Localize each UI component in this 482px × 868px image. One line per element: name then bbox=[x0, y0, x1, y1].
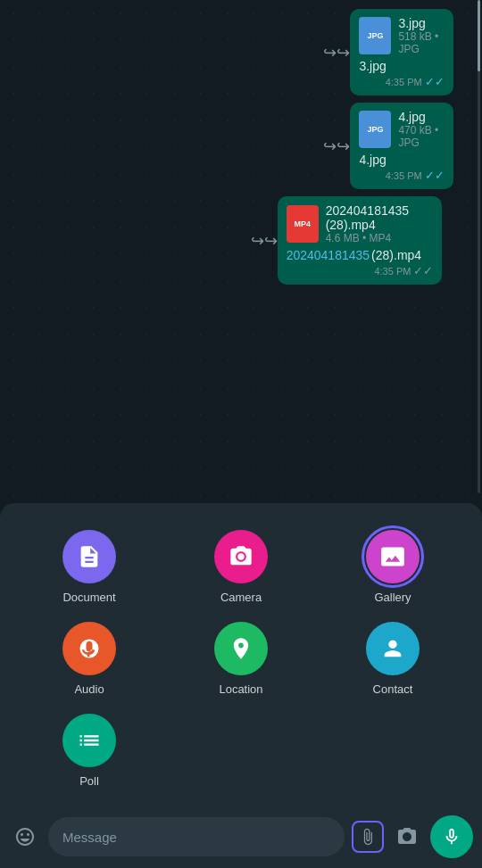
message-time-1: 4:35 PM ✓✓ bbox=[359, 75, 444, 88]
attach-item-audio[interactable]: Audio bbox=[62, 622, 116, 696]
file-details-3: 202404181435 (28).mp4 4.6 MB • MP4 bbox=[326, 203, 434, 244]
message-bubble-1: JPG 3.jpg 518 kB • JPG 3.jpg 4:35 PM ✓✓ bbox=[350, 9, 453, 95]
attach-circle-audio bbox=[62, 622, 116, 675]
read-receipt-1: ✓✓ bbox=[425, 75, 445, 88]
attach-label-document: Document bbox=[62, 591, 115, 604]
file-type-icon-2: JPG bbox=[359, 111, 391, 148]
attachment-panel: Document Camera Gallery bbox=[0, 503, 482, 806]
file-details-1: 3.jpg 518 kB • JPG bbox=[398, 16, 444, 55]
attach-label-camera: Camera bbox=[220, 591, 262, 604]
emoji-button[interactable] bbox=[9, 821, 41, 853]
poll-icon bbox=[77, 728, 102, 753]
file-name-2: 4.jpg bbox=[398, 110, 444, 124]
attach-circle-camera bbox=[214, 530, 268, 583]
attach-item-poll[interactable]: Poll bbox=[62, 714, 116, 788]
mic-icon bbox=[442, 827, 461, 847]
read-receipt-3: ✓✓ bbox=[413, 264, 433, 277]
file-info-2: JPG 4.jpg 470 kB • JPG bbox=[359, 110, 444, 149]
file-info-1: JPG 3.jpg 518 kB • JPG bbox=[359, 16, 444, 55]
forward-icon-3: ↪↪ bbox=[251, 231, 278, 251]
attach-circle-document bbox=[62, 530, 116, 583]
message-display-name-1: 3.jpg bbox=[359, 59, 444, 73]
file-meta-1: 518 kB • JPG bbox=[398, 30, 444, 55]
file-details-2: 4.jpg 470 kB • JPG bbox=[398, 110, 444, 149]
document-icon bbox=[77, 544, 102, 569]
attach-label-poll: Poll bbox=[79, 774, 99, 788]
file-name-1: 3.jpg bbox=[398, 16, 444, 30]
file-meta-2: 470 kB • JPG bbox=[398, 124, 444, 149]
attach-item-camera[interactable]: Camera bbox=[214, 530, 268, 604]
attach-label-contact: Contact bbox=[373, 682, 413, 696]
file-name-3: 202404181435 (28).mp4 bbox=[326, 203, 434, 232]
gallery-icon bbox=[380, 544, 405, 569]
chat-area: ↪↪ JPG 3.jpg 518 kB • JPG 3.jpg 4:35 PM … bbox=[0, 0, 482, 375]
attach-item-contact[interactable]: Contact bbox=[366, 622, 420, 696]
message-display-row-3: 202404181435 (28).mp4 bbox=[287, 248, 434, 264]
message-bubble-3: MP4 202404181435 (28).mp4 4.6 MB • MP4 2… bbox=[278, 196, 443, 285]
attach-circle-location bbox=[214, 622, 268, 675]
attach-circle-poll bbox=[62, 714, 116, 767]
attach-circle-contact bbox=[366, 622, 420, 675]
attach-icon bbox=[359, 828, 377, 846]
message-forward-wrapper-3: ↪↪ MP4 202404181435 (28).mp4 4.6 MB • MP… bbox=[278, 196, 471, 285]
camera-bottom-icon bbox=[396, 826, 418, 847]
camera-bottom-button[interactable] bbox=[391, 821, 423, 853]
attach-label-gallery: Gallery bbox=[374, 591, 411, 604]
attach-item-document[interactable]: Document bbox=[62, 530, 116, 604]
attach-circle-gallery bbox=[366, 530, 420, 583]
file-type-icon-1: JPG bbox=[359, 17, 391, 54]
message-bubble-2: JPG 4.jpg 470 kB • JPG 4.jpg 4:35 PM ✓✓ bbox=[350, 103, 453, 189]
attach-label-audio: Audio bbox=[74, 682, 104, 696]
location-icon bbox=[229, 636, 253, 661]
audio-icon bbox=[77, 636, 102, 661]
attach-item-location[interactable]: Location bbox=[214, 622, 268, 696]
file-type-icon-3: MP4 bbox=[287, 205, 319, 243]
file-meta-3: 4.6 MB • MP4 bbox=[326, 232, 434, 244]
attach-grid: Document Camera Gallery bbox=[18, 530, 464, 788]
forward-icon-2: ↪↪ bbox=[323, 136, 350, 156]
message-time-2: 4:35 PM ✓✓ bbox=[359, 169, 444, 182]
forward-icon-1: ↪↪ bbox=[323, 43, 350, 62]
bottom-bar bbox=[0, 806, 482, 868]
attach-label-location: Location bbox=[219, 682, 262, 696]
attach-button[interactable] bbox=[352, 821, 384, 853]
attach-item-gallery[interactable]: Gallery bbox=[366, 530, 420, 604]
read-receipt-2: ✓✓ bbox=[425, 169, 445, 182]
emoji-icon bbox=[14, 826, 36, 847]
message-forward-wrapper-1: ↪↪ JPG 3.jpg 518 kB • JPG 3.jpg 4:35 PM … bbox=[350, 9, 471, 95]
time-text-3: 4:35 PM bbox=[374, 266, 411, 277]
message-display-name-link-3: 202404181435 bbox=[287, 248, 370, 262]
message-display-name-2: 4.jpg bbox=[359, 153, 444, 167]
mic-button[interactable] bbox=[430, 815, 473, 858]
message-forward-wrapper-2: ↪↪ JPG 4.jpg 470 kB • JPG 4.jpg 4:35 PM … bbox=[350, 103, 471, 189]
message-input[interactable] bbox=[48, 817, 345, 856]
time-text-1: 4:35 PM bbox=[386, 77, 422, 87]
time-text-2: 4:35 PM bbox=[386, 170, 422, 181]
message-display-name-3: (28).mp4 bbox=[371, 248, 421, 262]
file-info-3: MP4 202404181435 (28).mp4 4.6 MB • MP4 bbox=[287, 203, 434, 244]
contact-icon bbox=[380, 636, 405, 661]
message-time-3: 4:35 PM ✓✓ bbox=[287, 264, 434, 277]
camera-icon bbox=[229, 544, 253, 569]
